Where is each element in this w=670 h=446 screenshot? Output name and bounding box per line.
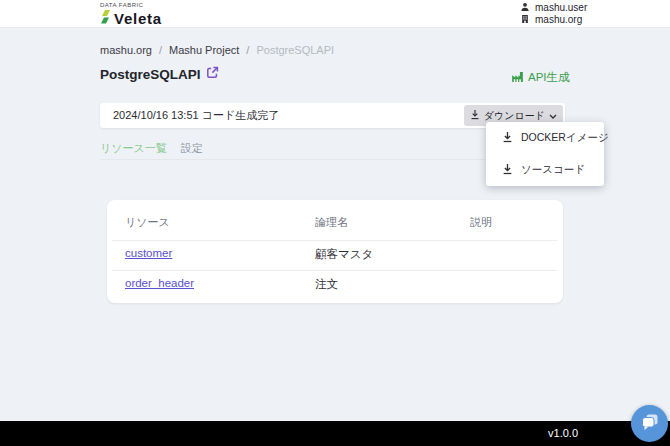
- page-title: PostgreSQLAPI: [100, 67, 201, 82]
- tab-bar: リソース一覧 設定: [100, 141, 203, 156]
- brand-tagline: DATA FABRIC: [100, 2, 162, 9]
- row-divider: [112, 240, 557, 241]
- breadcrumb-separator: /: [159, 44, 162, 56]
- account-org[interactable]: mashu.org: [520, 14, 587, 26]
- download-icon: [470, 109, 480, 122]
- brand-logo[interactable]: DATA FABRIC Veleta: [100, 2, 162, 28]
- tab-settings[interactable]: 設定: [181, 141, 203, 156]
- menu-item-label: DOCKERイメージ: [521, 131, 609, 145]
- download-button-label: ダウンロード: [484, 109, 545, 123]
- chat-widget-button[interactable]: [631, 405, 668, 442]
- account-user[interactable]: mashu.user: [520, 2, 587, 14]
- generation-status-text: 2024/10/16 13:51 コード生成完了: [113, 103, 279, 128]
- resource-link-order-header[interactable]: order_header: [125, 277, 194, 289]
- column-header-logical-name: 論理名: [315, 215, 348, 230]
- external-link-icon[interactable]: [206, 65, 219, 83]
- logical-name-cell: 注文: [315, 277, 338, 292]
- download-icon: [502, 131, 513, 145]
- top-header: DATA FABRIC Veleta ma: [0, 0, 670, 28]
- row-divider: [112, 270, 557, 271]
- resource-table: リソース 論理名 説明 customer 顧客マスタ order_header …: [107, 200, 563, 303]
- user-name: mashu.user: [535, 2, 587, 14]
- app-version: v1.0.0: [548, 421, 578, 446]
- building-icon: [520, 14, 530, 27]
- breadcrumb-org[interactable]: mashu.org: [100, 44, 152, 56]
- column-header-description: 説明: [470, 215, 492, 230]
- menu-item-source-code[interactable]: ソースコード: [486, 154, 604, 186]
- download-icon: [502, 163, 513, 177]
- breadcrumb-project[interactable]: Mashu Project: [169, 44, 239, 56]
- account-info: mashu.user mashu.org: [520, 2, 587, 26]
- brand-name: Veleta: [114, 11, 162, 27]
- logical-name-cell: 顧客マスタ: [315, 247, 373, 262]
- column-header-resource: リソース: [125, 215, 170, 230]
- breadcrumb: mashu.org / Mashu Project / PostgreSQLAP…: [100, 44, 334, 56]
- footer-bar: v1.0.0: [0, 421, 670, 446]
- app-window: DATA FABRIC Veleta ma: [0, 0, 670, 446]
- factory-icon: [511, 71, 524, 85]
- api-generate-label: API生成: [528, 70, 570, 85]
- breadcrumb-current: PostgreSQLAPI: [256, 44, 334, 56]
- tab-resource-list[interactable]: リソース一覧: [100, 141, 167, 156]
- logo-bolt-icon: [100, 10, 111, 28]
- chat-bubbles-icon: [640, 412, 660, 436]
- menu-item-label: ソースコード: [521, 163, 585, 177]
- chevron-down-icon: [549, 110, 557, 121]
- org-name: mashu.org: [535, 14, 582, 26]
- download-dropdown-menu: DOCKERイメージ ソースコード: [486, 122, 604, 186]
- menu-item-docker-image[interactable]: DOCKERイメージ: [486, 122, 604, 154]
- breadcrumb-separator: /: [246, 44, 249, 56]
- api-generate-button[interactable]: API生成: [511, 70, 570, 85]
- page-title-row: PostgreSQLAPI: [100, 65, 219, 83]
- resource-link-customer[interactable]: customer: [125, 247, 172, 259]
